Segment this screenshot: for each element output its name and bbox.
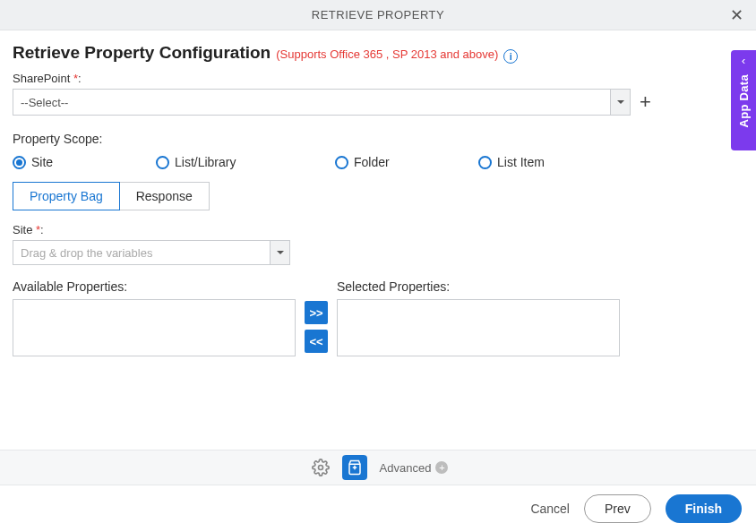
selected-listbox[interactable]	[337, 299, 620, 356]
toolbar: Advanced +	[0, 450, 756, 485]
tab-row: Property Bag Response	[13, 182, 743, 210]
radio-label: Folder	[354, 155, 390, 169]
sharepoint-row: --Select-- +	[13, 89, 743, 116]
add-sharepoint-button[interactable]: +	[640, 92, 651, 112]
available-column: Available Properties:	[13, 279, 296, 356]
title-bar: RETRIEVE PROPERTY ✕	[0, 0, 756, 30]
support-note: (Supports Office 365 , SP 2013 and above…	[276, 47, 498, 61]
heading-row: Retrieve Property Configuration (Support…	[13, 43, 743, 63]
scope-radio-site[interactable]: Site	[13, 155, 156, 169]
radio-label: List/Library	[175, 155, 236, 169]
chevron-down-icon[interactable]	[270, 241, 289, 264]
bag-icon[interactable]	[342, 455, 367, 480]
page-title: Retrieve Property Configuration	[13, 43, 271, 63]
title-text: RETRIEVE PROPERTY	[312, 8, 444, 21]
scope-radio-group: Site List/Library Folder List Item	[13, 155, 743, 169]
chevron-left-icon: ›	[742, 56, 745, 69]
selected-label: Selected Properties:	[337, 279, 620, 294]
site-input[interactable]: Drag & drop the variables	[13, 240, 290, 265]
plus-icon: +	[435, 461, 448, 474]
dual-list: Available Properties: >> << Selected Pro…	[13, 279, 743, 356]
advanced-label: Advanced	[380, 461, 432, 475]
site-placeholder: Drag & drop the variables	[13, 241, 270, 264]
info-icon[interactable]: i	[503, 49, 518, 64]
side-tab-label: App Data	[737, 74, 751, 127]
add-all-button[interactable]: >>	[305, 301, 328, 324]
scope-label: Property Scope:	[13, 132, 743, 146]
tab-response[interactable]: Response	[119, 182, 210, 210]
app-data-panel-toggle[interactable]: › App Data	[731, 50, 756, 150]
scope-radio-folder[interactable]: Folder	[335, 155, 478, 169]
radio-label: Site	[31, 155, 53, 169]
site-label: Site *:	[13, 223, 743, 236]
finish-button[interactable]: Finish	[666, 494, 742, 523]
scope-radio-list-library[interactable]: List/Library	[156, 155, 335, 169]
sharepoint-select[interactable]: --Select--	[13, 89, 631, 116]
advanced-toggle[interactable]: Advanced +	[380, 461, 449, 475]
tab-property-bag[interactable]: Property Bag	[13, 182, 120, 210]
footer: Cancel Prev Finish	[0, 485, 756, 532]
form-content: Retrieve Property Configuration (Support…	[0, 30, 756, 356]
gear-icon[interactable]	[308, 455, 333, 480]
sharepoint-selected-value: --Select--	[13, 90, 610, 115]
chevron-down-icon[interactable]	[610, 90, 630, 115]
radio-icon	[156, 156, 169, 169]
radio-label: List Item	[497, 155, 545, 169]
sharepoint-label: SharePoint *:	[13, 72, 743, 85]
available-listbox[interactable]	[13, 299, 296, 356]
prev-button[interactable]: Prev	[584, 494, 651, 523]
available-label: Available Properties:	[13, 279, 296, 294]
scope-radio-list-item[interactable]: List Item	[478, 155, 604, 169]
close-icon[interactable]: ✕	[726, 2, 748, 29]
transfer-buttons: >> <<	[305, 279, 328, 353]
svg-point-0	[318, 466, 322, 470]
selected-column: Selected Properties:	[337, 279, 620, 356]
radio-icon	[13, 156, 26, 169]
remove-all-button[interactable]: <<	[305, 330, 328, 353]
radio-icon	[478, 156, 492, 169]
radio-icon	[335, 156, 348, 169]
cancel-button[interactable]: Cancel	[530, 502, 570, 516]
